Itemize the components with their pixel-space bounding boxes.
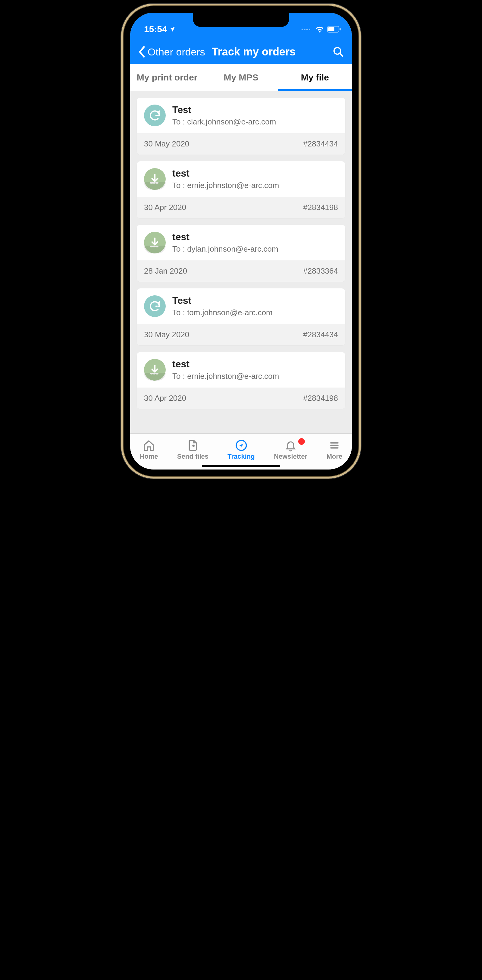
tab-my-mps[interactable]: My MPS — [204, 64, 278, 91]
file-order-id: #2834198 — [303, 203, 338, 212]
svg-rect-2 — [339, 28, 341, 30]
tab-my-file[interactable]: My file — [278, 64, 352, 91]
file-card[interactable]: TestTo : tom.johnson@e-arc.com30 May 202… — [137, 288, 345, 345]
file-date: 30 Apr 2020 — [144, 394, 186, 403]
bottom-tab-home[interactable]: Home — [140, 439, 158, 460]
home-icon — [143, 439, 155, 452]
file-recipient: To : ernie.johnston@e-arc.com — [172, 372, 279, 381]
notch — [193, 13, 289, 27]
bottom-tab-tracking[interactable]: Tracking — [227, 439, 255, 460]
file-order-id: #2833364 — [303, 266, 338, 276]
back-label: Other orders — [148, 46, 205, 58]
tracking-icon — [235, 439, 247, 452]
file-recipient: To : dylan.johnson@e-arc.com — [172, 244, 278, 254]
file-card[interactable]: testTo : dylan.johnson@e-arc.com28 Jan 2… — [137, 225, 345, 282]
bottom-tab-newsletter[interactable]: Newsletter — [274, 439, 307, 460]
file-recipient: To : tom.johnson@e-arc.com — [172, 308, 273, 317]
battery-icon — [327, 26, 341, 33]
chevron-left-icon — [138, 46, 146, 57]
svg-line-4 — [340, 53, 343, 56]
nav-bar: Other orders Track my orders — [130, 40, 352, 64]
bottom-label: Newsletter — [274, 453, 307, 460]
bottom-label: Send files — [177, 453, 208, 460]
home-indicator[interactable] — [202, 465, 280, 467]
tab-label: My file — [301, 72, 329, 83]
file-title: Test — [172, 295, 273, 306]
file-recipient: To : clark.johnson@e-arc.com — [172, 117, 276, 127]
file-date: 30 May 2020 — [144, 330, 189, 339]
status-time: 15:54 — [144, 24, 167, 34]
file-date: 30 Apr 2020 — [144, 203, 186, 212]
file-order-id: #2834434 — [303, 330, 338, 339]
file-title: Test — [172, 104, 276, 115]
file-card[interactable]: testTo : ernie.johnston@e-arc.com30 Apr … — [137, 161, 345, 218]
download-icon — [144, 232, 166, 253]
download-icon — [144, 168, 166, 190]
location-icon — [169, 26, 176, 33]
notification-badge — [298, 438, 305, 445]
file-list[interactable]: TestTo : clark.johnson@e-arc.com30 May 2… — [130, 91, 352, 433]
device-frame: 15:54 Other orders — [124, 6, 358, 476]
tab-bar: My print order My MPS My file — [130, 64, 352, 91]
bottom-tab-send-files[interactable]: Send files — [177, 439, 208, 460]
tab-label: My print order — [137, 72, 197, 83]
back-button[interactable]: Other orders — [138, 46, 205, 58]
bottom-tab-more[interactable]: More — [326, 439, 342, 460]
wifi-icon — [315, 26, 324, 33]
search-button[interactable] — [332, 46, 344, 57]
tab-label: My MPS — [224, 72, 258, 83]
file-recipient: To : ernie.johnston@e-arc.com — [172, 181, 279, 190]
bottom-tab-bar: Home Send files Tracking Newsletter More — [130, 433, 352, 469]
file-date: 30 May 2020 — [144, 139, 189, 149]
svg-rect-1 — [328, 27, 334, 31]
tab-my-print-order[interactable]: My print order — [130, 64, 204, 91]
page-title: Track my orders — [212, 46, 329, 58]
screen: 15:54 Other orders — [130, 13, 352, 469]
send-files-icon — [187, 439, 199, 452]
download-icon — [144, 359, 166, 380]
file-date: 28 Jan 2020 — [144, 266, 187, 276]
file-order-id: #2834198 — [303, 394, 338, 403]
sync-icon — [144, 295, 166, 317]
file-title: test — [172, 231, 278, 243]
file-order-id: #2834434 — [303, 139, 338, 149]
cellular-icon — [302, 29, 310, 30]
file-title: test — [172, 168, 279, 179]
file-card[interactable]: testTo : ernie.johnston@e-arc.com30 Apr … — [137, 352, 345, 409]
file-card[interactable]: TestTo : clark.johnson@e-arc.com30 May 2… — [137, 98, 345, 154]
bottom-label: Home — [140, 453, 158, 460]
menu-icon — [328, 439, 340, 452]
bottom-label: Tracking — [227, 453, 255, 460]
bell-icon — [285, 439, 297, 452]
sync-icon — [144, 105, 166, 126]
file-title: test — [172, 359, 279, 370]
bottom-label: More — [326, 453, 342, 460]
